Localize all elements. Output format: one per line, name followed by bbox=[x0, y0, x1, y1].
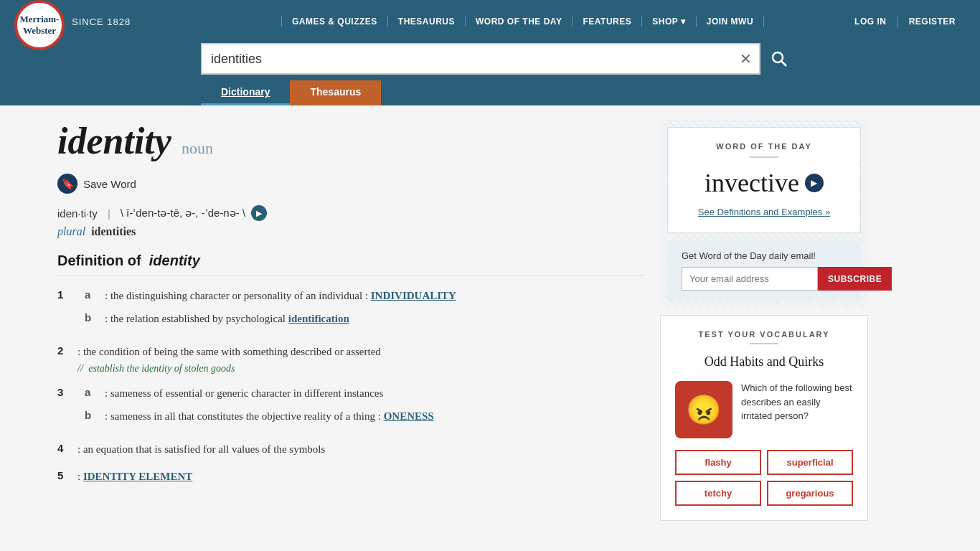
search-input[interactable] bbox=[202, 52, 732, 67]
email-signup-row: Get Word of the Day daily email! SUBSCRI… bbox=[667, 240, 861, 301]
bookmark-button[interactable]: 🔖 bbox=[57, 174, 77, 194]
sidebar-background: WORD OF THE DAY invective ▶ See Definiti… bbox=[660, 120, 868, 308]
definition-1: 1 a : the distinguishing character or pe… bbox=[57, 287, 646, 333]
def-row-1: 1 a : the distinguishing character or pe… bbox=[57, 287, 646, 333]
auth-navigation: LOG IN | REGISTER bbox=[844, 15, 966, 28]
search-icon bbox=[771, 50, 788, 67]
def-header-text: Definition of bbox=[57, 253, 141, 268]
def-link-oneness[interactable]: ONENESS bbox=[384, 410, 434, 422]
nav-join[interactable]: JOIN MWU bbox=[697, 17, 764, 27]
logo[interactable]: Merriam-Webster bbox=[14, 0, 65, 50]
def-link-individuality[interactable]: INDIVIDUALITY bbox=[371, 290, 456, 301]
def-text-4: : an equation that is satisfied for all … bbox=[77, 441, 646, 458]
def-row-3: 3 a : sameness of essential or generic c… bbox=[57, 385, 646, 430]
def-letter-3b: b bbox=[85, 408, 99, 425]
logo-area: Merriam-Webster SINCE 1828 bbox=[14, 0, 201, 50]
pronunciation: iden·ti·ty | \ ī-ˈden-tə-tē, ə-, -ˈde-nə… bbox=[57, 205, 646, 221]
clear-button[interactable]: ✕ bbox=[732, 50, 759, 67]
def-num-5: 5 bbox=[57, 468, 72, 481]
definition-3: 3 a : sameness of essential or generic c… bbox=[57, 385, 646, 430]
def-header-word: identity bbox=[149, 253, 200, 268]
def-content-4: : an equation that is satisfied for all … bbox=[77, 441, 646, 458]
example-italic-word: identity bbox=[141, 363, 171, 374]
vocab-option-gregarious[interactable]: gregarious bbox=[767, 481, 853, 506]
header: Merriam-Webster SINCE 1828 GAMES & QUIZZ… bbox=[0, 0, 980, 43]
def-num-4: 4 bbox=[57, 441, 72, 454]
since-label: SINCE 1828 bbox=[72, 17, 131, 27]
definition-4: 4 : an equation that is satisfied for al… bbox=[57, 441, 646, 458]
vocab-label: TEST YOUR VOCABULARY bbox=[675, 330, 853, 339]
nav-shop[interactable]: SHOP ▾ bbox=[642, 17, 697, 27]
plural-label: plural bbox=[57, 225, 85, 237]
def-content-5: : IDENTITY ELEMENT bbox=[77, 468, 646, 485]
def-link-identification[interactable]: identification bbox=[288, 313, 349, 324]
vocab-question-text: Which of the following best describes an… bbox=[741, 381, 853, 423]
sidebar: WORD OF THE DAY invective ▶ See Definiti… bbox=[660, 120, 868, 521]
svg-line-1 bbox=[782, 62, 787, 67]
def-row-5: 5 : IDENTITY ELEMENT bbox=[57, 468, 646, 485]
nav-thesaurus[interactable]: THESAURUS bbox=[388, 17, 466, 27]
def-num-1: 1 bbox=[57, 287, 72, 301]
def-colon: : bbox=[105, 290, 110, 301]
wotd-definitions-link[interactable]: See Definitions and Examples » bbox=[698, 207, 830, 217]
tab-dictionary[interactable]: Dictionary bbox=[201, 80, 290, 105]
def-1a: a : the distinguishing character or pers… bbox=[77, 287, 646, 304]
tabs-row: Dictionary Thesaurus bbox=[201, 80, 760, 105]
search-box: ✕ bbox=[201, 43, 760, 75]
nav-games[interactable]: GAMES & QUIZZES bbox=[281, 17, 388, 27]
word-of-day-card: WORD OF THE DAY invective ▶ See Definiti… bbox=[667, 127, 861, 233]
vocab-option-superficial[interactable]: superficial bbox=[767, 450, 853, 475]
pron-ipa: \ ī-ˈden-tə-tē, ə-, -ˈde-nə- \ bbox=[121, 207, 245, 220]
register-link[interactable]: REGISTER bbox=[899, 17, 966, 27]
wotd-label: WORD OF THE DAY bbox=[682, 142, 846, 151]
wotd-audio-button[interactable]: ▶ bbox=[805, 174, 824, 192]
definition-header: Definition of identity bbox=[57, 253, 646, 276]
tab-thesaurus[interactable]: Thesaurus bbox=[290, 80, 381, 105]
search-button[interactable] bbox=[760, 43, 798, 75]
def-text-3b: : sameness in all that constitutes the o… bbox=[105, 408, 434, 425]
bookmark-icon: 🔖 bbox=[62, 178, 74, 190]
wotd-word: invective ▶ bbox=[682, 168, 846, 198]
audio-icon: ▶ bbox=[256, 209, 262, 218]
def-text-3a: : sameness of essential or generic chara… bbox=[105, 385, 383, 402]
vocab-divider bbox=[750, 343, 778, 344]
wotd-divider bbox=[750, 156, 778, 158]
def-text-1b: : the relation established by psychologi… bbox=[105, 310, 349, 327]
pron-text: iden·ti·ty bbox=[57, 207, 98, 220]
plural-row: plural identities bbox=[57, 225, 646, 238]
definition-2: 2 : the condition of being the same with… bbox=[57, 343, 646, 375]
svg-point-0 bbox=[773, 52, 783, 62]
main-container: identity noun 🔖 Save Word iden·ti·ty | \… bbox=[0, 105, 980, 535]
vocab-image-area: 😠 Which of the following best describes … bbox=[675, 381, 853, 438]
definition-5: 5 : IDENTITY ELEMENT bbox=[57, 468, 646, 485]
logo-text: Merriam-Webster bbox=[20, 14, 60, 36]
wotd-audio-icon: ▶ bbox=[811, 178, 817, 189]
header-bottom: ✕ Dictionary Thesaurus bbox=[0, 43, 980, 105]
word-title: identity bbox=[57, 120, 171, 162]
def-colon: : bbox=[105, 313, 110, 324]
def-example-2: // establish the identity of stolen good… bbox=[77, 363, 646, 375]
nav-word-of-day[interactable]: WORD OF THE DAY bbox=[466, 17, 573, 27]
def-letter-b: b bbox=[85, 310, 99, 327]
def-row-2: 2 : the condition of being the same with… bbox=[57, 343, 646, 375]
search-row: ✕ bbox=[201, 43, 966, 80]
audio-button[interactable]: ▶ bbox=[251, 205, 267, 221]
vocabulary-card: TEST YOUR VOCABULARY Odd Habits and Quir… bbox=[660, 315, 868, 521]
def-link-identity-element[interactable]: IDENTITY ELEMENT bbox=[83, 471, 192, 482]
top-navigation: GAMES & QUIZZES THESAURUS WORD OF THE DA… bbox=[201, 17, 844, 27]
save-word-label[interactable]: Save Word bbox=[83, 178, 136, 190]
def-3b: b : sameness in all that constitutes the… bbox=[77, 408, 646, 425]
vocab-options: flashy superficial tetchy gregarious bbox=[675, 450, 853, 506]
vocab-title: Odd Habits and Quirks bbox=[675, 354, 853, 369]
def-num-3: 3 bbox=[57, 385, 72, 398]
content-area: identity noun 🔖 Save Word iden·ti·ty | \… bbox=[57, 120, 646, 521]
vocab-option-flashy[interactable]: flashy bbox=[675, 450, 761, 475]
example-slash: // bbox=[77, 363, 83, 374]
title-row: identity noun bbox=[57, 120, 646, 162]
email-input[interactable] bbox=[682, 267, 818, 291]
vocab-option-tetchy[interactable]: tetchy bbox=[675, 481, 761, 506]
subscribe-button[interactable]: SUBSCRIBE bbox=[818, 267, 892, 291]
vocab-image: 😠 bbox=[675, 381, 732, 438]
nav-features[interactable]: FEATURES bbox=[573, 17, 642, 27]
login-link[interactable]: LOG IN bbox=[844, 17, 896, 27]
